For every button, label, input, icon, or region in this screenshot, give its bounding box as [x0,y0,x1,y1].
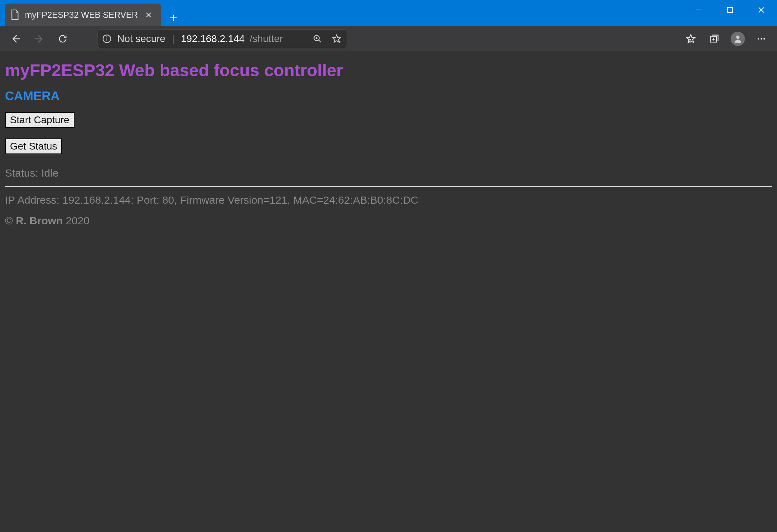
footer-info: IP Address: 192.168.2.144: Port: 80, Fir… [5,194,772,206]
tab-strip: myFP2ESP32 WEB SERVER [0,0,182,26]
copyright: © R. Brown 2020 [5,215,772,227]
svg-point-2 [106,36,107,37]
separator: | [170,33,176,45]
favorites-button[interactable] [681,29,701,49]
window-titlebar: myFP2ESP32 WEB SERVER [0,0,777,26]
browser-tab[interactable]: myFP2ESP32 WEB SERVER [5,4,161,26]
svg-point-8 [763,38,765,40]
add-favorite-icon[interactable] [330,32,343,45]
copyright-year: 2020 [66,215,89,226]
page-title: myFP2ESP32 Web based focus controller [5,61,772,80]
page-icon [10,9,20,21]
copyright-name: R. Brown [16,215,63,226]
zoom-icon[interactable] [311,32,324,45]
security-label: Not secure [117,33,165,45]
back-button[interactable] [6,29,26,49]
url-path: /shutter [250,33,283,45]
status-line: Status: Idle [5,167,772,179]
maximize-button[interactable] [714,0,746,20]
svg-point-6 [758,38,760,40]
tab-title: myFP2ESP32 WEB SERVER [25,10,138,20]
more-button[interactable] [751,29,771,49]
section-title: CAMERA [5,89,772,103]
svg-point-5 [736,35,739,38]
start-capture-button[interactable]: Start Capture [5,112,74,128]
window-controls [683,0,777,20]
svg-point-7 [761,38,762,40]
forward-button[interactable] [29,29,49,49]
close-tab-button[interactable] [143,9,154,21]
browser-toolbar: Not secure | 192.168.2.144/shutter [0,26,777,51]
divider [5,186,772,187]
collections-button[interactable] [704,29,724,49]
address-bar[interactable]: Not secure | 192.168.2.144/shutter [98,30,347,48]
minimize-button[interactable] [683,0,714,20]
get-status-button[interactable]: Get Status [5,139,62,154]
refresh-button[interactable] [53,29,73,49]
svg-rect-0 [727,7,732,12]
url-host: 192.168.2.144 [181,33,245,45]
avatar [731,32,745,46]
page-content: myFP2ESP32 Web based focus controller CA… [0,51,777,532]
status-label: Status: [5,167,38,179]
close-window-button[interactable] [746,0,777,20]
profile-button[interactable] [728,29,748,49]
status-value: Idle [41,167,58,179]
copyright-symbol: © [5,215,13,226]
new-tab-button[interactable] [165,9,182,26]
info-icon [102,33,112,44]
